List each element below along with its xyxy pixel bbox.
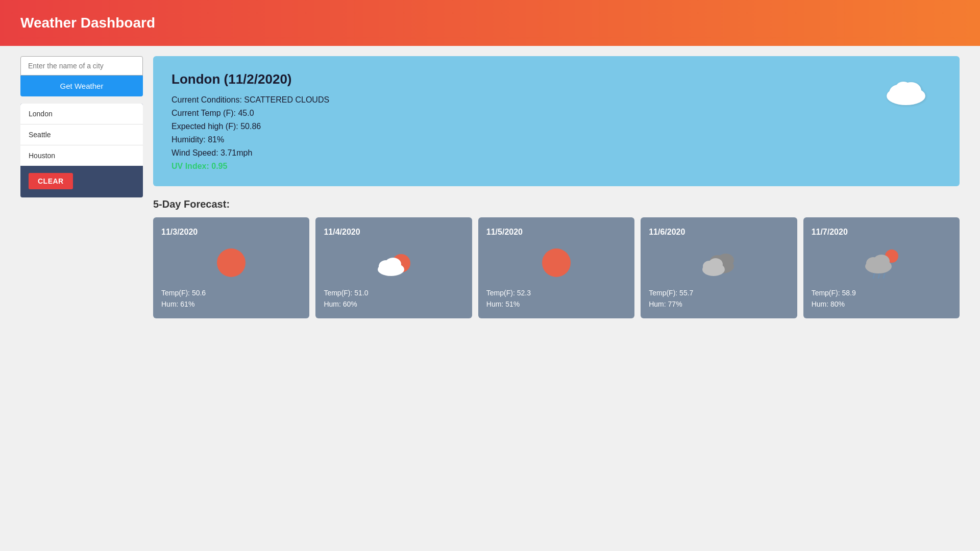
forecast-card-3: 11/5/2020 Temp(F): 52.3 Hum: 51% [478, 217, 634, 318]
forecast-date-3: 11/5/2020 [486, 228, 523, 237]
wind-line: Wind Speed: 3.71mph [172, 148, 941, 158]
svg-line-20 [884, 274, 885, 278]
svg-point-13 [708, 258, 723, 270]
forecast-date-2: 11/4/2020 [324, 228, 360, 237]
left-panel: Get Weather London Seattle Houston CLEAR [20, 56, 143, 318]
forecast-cards: 11/3/2020 Temp(F): 50.6 Hum: 61% 11/4/20… [153, 217, 960, 318]
forecast-icon-sun-1 [217, 245, 246, 281]
city-item-seattle[interactable]: Seattle [20, 124, 143, 145]
forecast-temp-2: Temp(F): 51.0 [324, 289, 368, 297]
forecast-hum-5: Hum: 80% [812, 300, 845, 308]
forecast-hum-1: Hum: 61% [161, 300, 194, 308]
svg-point-17 [873, 255, 890, 268]
forecast-temp-1: Temp(F): 50.6 [161, 289, 206, 297]
city-item-london[interactable]: London [20, 104, 143, 124]
forecast-card-4: 11/6/2020 Temp(F): 55.7 Hum: 77% [641, 217, 797, 318]
city-item-houston[interactable]: Houston [20, 145, 143, 166]
clear-button[interactable]: CLEAR [29, 173, 73, 189]
forecast-date-4: 11/6/2020 [649, 228, 685, 237]
city-search-input[interactable] [20, 56, 143, 76]
forecast-card-2: 11/4/2020 Temp(F): 51.0 Hum: 60% [315, 217, 472, 318]
city-list-panel: London Seattle Houston CLEAR [20, 104, 143, 197]
svg-line-18 [873, 274, 874, 278]
forecast-icon-rain-5 [863, 245, 900, 281]
city-list: London Seattle Houston [20, 104, 143, 166]
forecast-icon-dark-cloud-4 [700, 245, 737, 281]
svg-point-3 [895, 82, 912, 96]
svg-line-19 [878, 274, 879, 278]
forecast-icon-sun-3 [542, 245, 571, 281]
city-date-title: London (11/2/2020) [172, 71, 941, 87]
forecast-temp-5: Temp(F): 58.9 [812, 289, 856, 297]
uv-line: UV Index: 0.95 [172, 162, 941, 171]
forecast-hum-2: Hum: 60% [324, 300, 357, 308]
forecast-hum-3: Hum: 51% [486, 300, 520, 308]
temp-line: Current Temp (F): 45.0 [172, 109, 941, 118]
forecast-card-5: 11/7/2020 Temp(F): 58. [803, 217, 960, 318]
current-weather-cloud-icon [883, 77, 929, 109]
forecast-card-1: 11/3/2020 Temp(F): 50.6 Hum: 61% [153, 217, 309, 318]
forecast-icon-cloud-sun-2 [376, 245, 412, 281]
high-line: Expected high (F): 50.86 [172, 122, 941, 131]
forecast-date-5: 11/7/2020 [812, 228, 848, 237]
current-weather-card: London (11/2/2020) Current Conditions: S… [153, 56, 960, 186]
header: Weather Dashboard [0, 0, 980, 46]
main-content: Get Weather London Seattle Houston CLEAR… [0, 46, 980, 329]
forecast-temp-3: Temp(F): 52.3 [486, 289, 531, 297]
right-panel: London (11/2/2020) Current Conditions: S… [153, 56, 960, 318]
forecast-temp-4: Temp(F): 55.7 [649, 289, 693, 297]
forecast-title: 5-Day Forecast: [153, 198, 960, 210]
app-title: Weather Dashboard [20, 15, 155, 31]
forecast-date-1: 11/3/2020 [161, 228, 198, 237]
humidity-line: Humidity: 81% [172, 135, 941, 144]
conditions-line: Current Conditions: SCATTERED CLOUDS [172, 95, 941, 105]
get-weather-button[interactable]: Get Weather [20, 76, 143, 96]
forecast-hum-4: Hum: 77% [649, 300, 682, 308]
svg-point-7 [385, 258, 401, 271]
